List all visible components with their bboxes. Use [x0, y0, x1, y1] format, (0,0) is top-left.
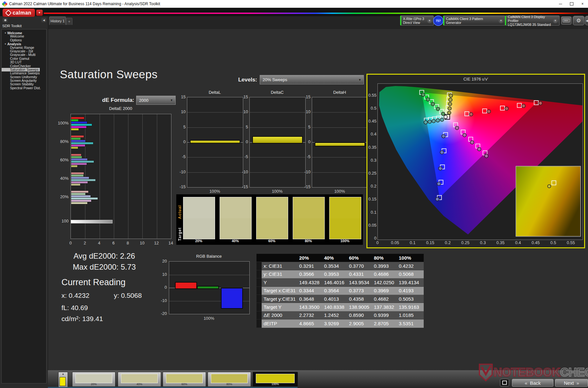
tile-color: [75, 374, 112, 383]
tile-color: [256, 374, 295, 383]
column-header-80: 80%: [374, 254, 399, 262]
pattern-window-tile[interactable]: ▲: [58, 372, 68, 387]
pattern-tile-80[interactable]: 80%: [208, 372, 251, 387]
pattern-tile-40[interactable]: 40%: [118, 372, 161, 387]
bar-40-yellow: [71, 183, 81, 186]
y-tick-label: 0.1: [367, 210, 376, 215]
de-formula-select[interactable]: 2000 ▼: [136, 96, 176, 105]
swatch-actual: [330, 197, 361, 218]
x-tick-label: 0.55: [564, 240, 577, 245]
levels-label: Levels:: [226, 77, 257, 83]
sidebar-collapse-button[interactable]: ◀: [41, 18, 46, 22]
calman-logo-button[interactable]: calman: [3, 9, 35, 17]
inset-measured-point: [548, 185, 551, 188]
swatch-20: [183, 197, 215, 239]
meter-count-badge[interactable]: 717: [433, 16, 443, 26]
swatch-label: 40%: [220, 239, 251, 243]
table-value: 4.8665: [299, 319, 324, 328]
pattern-tile-60[interactable]: 60%: [163, 372, 206, 387]
column-header-40: 40%: [324, 254, 349, 262]
sidebar-item-color-gamut[interactable]: Color Gamut: [2, 57, 46, 60]
table-value: 0.4193: [399, 287, 424, 295]
x-tick-label: 4: [95, 241, 103, 245]
table-value: 0.3534: [324, 262, 349, 270]
cie-1976-diagram-panel[interactable]: CIE 1976 u'v': [366, 74, 585, 248]
expander-icon: ▾: [4, 43, 7, 45]
x-axis-label: 100%: [312, 189, 367, 194]
sidebar-title: SDR Toolkit: [2, 24, 22, 28]
add-tab-button[interactable]: +: [66, 18, 72, 25]
max-de2000: Max dE2000: 5.73: [60, 263, 149, 272]
chevron-down-icon: ▼: [38, 11, 41, 14]
gridline: [169, 275, 249, 275]
eject-icon: ▲: [59, 372, 68, 375]
gridline: [187, 157, 243, 157]
calman-logo-text: calman: [13, 10, 31, 16]
y-tick-label: 10: [158, 272, 167, 277]
header-band: [0, 8, 588, 16]
table-value: 0.3648: [299, 295, 324, 303]
display-profiler-select[interactable]: CalMAN Client 3 Display ProfilerLQ173M1J…: [505, 16, 560, 26]
ddc-button[interactable]: DDC: [561, 16, 572, 25]
swatch-actual: [293, 197, 324, 218]
red-measured-circle: [469, 113, 473, 116]
cie-title: CIE 1976 u'v': [367, 77, 584, 81]
rainbow-strip: [44, 13, 588, 14]
calman-menu-button[interactable]: ▼: [36, 10, 43, 16]
target-label: Target: [178, 220, 182, 241]
value-bar: [315, 142, 365, 146]
sidebar-item-spectral-power-dist[interactable]: Spectral Power Dist.: [2, 86, 46, 90]
swatch-target: [220, 218, 251, 239]
y-tick-label: 0.35: [367, 145, 376, 150]
row-gutter: [256, 270, 262, 278]
table-value: 2.8705: [374, 319, 399, 328]
sidebar-item-welcome[interactable]: Welcome: [2, 35, 46, 38]
table-value: 137.3832: [374, 303, 399, 311]
bar-red: [175, 282, 197, 289]
x-axis-label: 100%: [187, 189, 243, 194]
x-tick-label: 0.45: [529, 240, 542, 245]
meter-select[interactable]: X-Rite i1Pro 3Direct View ▼: [400, 16, 434, 26]
row-gutter: [256, 311, 262, 319]
minimize-button[interactable]: [555, 0, 566, 8]
table-value: 0.4013: [324, 295, 349, 303]
collapse-toolbar-button[interactable]: ◀: [585, 16, 588, 25]
ddc-icon: DDC: [563, 19, 570, 22]
expander-icon: ▾: [4, 32, 7, 34]
table-value: 0.9399: [374, 311, 399, 319]
pattern-generator-select[interactable]: CalMAN Client 3 Pattern Generator ▼: [443, 16, 505, 26]
rgb-balance-chart: RGB Balance 100% 20100-10-20: [149, 254, 252, 323]
bottom-pattern-bar: ▲ 20%40%60%80%100% NOTEBOOK CHECK « Back…: [48, 370, 588, 388]
maximize-button[interactable]: [566, 0, 577, 8]
close-button[interactable]: ×: [577, 0, 588, 8]
maximize-icon: [570, 2, 573, 5]
swatch-strip: Actual Target 20%40%60%80%100%: [176, 194, 363, 245]
sidebar-item-3d-lut[interactable]: 3D LUT: [2, 60, 46, 64]
pattern-tile-20[interactable]: 20%: [72, 372, 115, 387]
row-label-deitp: dEITP: [262, 319, 299, 328]
table-value: 0.3344: [299, 287, 324, 295]
table-value: 0.3291: [299, 262, 324, 270]
x-tick-label: 6: [110, 241, 117, 245]
y-tick-label: 15: [241, 94, 248, 99]
table-value: 0.8590: [349, 311, 374, 319]
red-measured-circle: [539, 102, 542, 105]
green-measured-circle: [436, 107, 440, 111]
tile-color: [121, 374, 158, 383]
sidebar-group-analysis[interactable]: ▾Analysis: [2, 42, 46, 46]
settings-button[interactable]: ⚙: [573, 16, 584, 25]
chevron-down-icon: ▼: [427, 18, 432, 23]
row-label-x-cie31: x: CIE31: [262, 262, 299, 270]
sidebar-dot-button[interactable]: [3, 18, 8, 22]
sidebar-item-luminance-sweeps[interactable]: Luminance Sweeps: [2, 71, 46, 75]
yellow-measured-circle: [448, 107, 452, 110]
gridline: [312, 112, 368, 113]
y-tick-label: 20%: [52, 194, 69, 199]
pattern-tile-100[interactable]: 100%: [253, 372, 298, 387]
levels-select[interactable]: 20% Sweeps ▼: [260, 75, 364, 84]
table-value: 0.4232: [399, 262, 424, 270]
delta-e-plot: [71, 114, 171, 239]
gridline: [250, 157, 305, 157]
tab-history-1[interactable]: History 1: [49, 16, 66, 25]
sidebar-item-options[interactable]: Options: [2, 38, 46, 42]
